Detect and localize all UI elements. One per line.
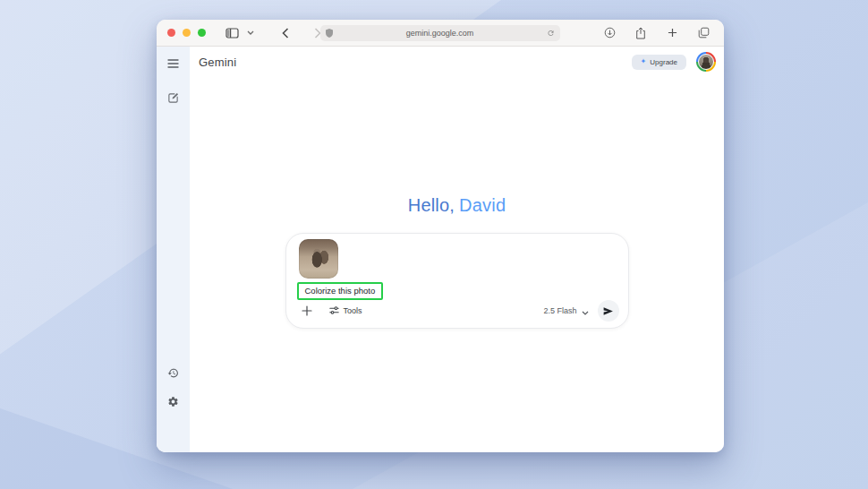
chevron-down-icon [582,303,589,319]
address-bar[interactable]: gemini.google.com [320,25,560,41]
reload-icon[interactable] [547,25,555,41]
new-chat-icon[interactable] [164,88,183,107]
add-attachment-icon[interactable] [297,301,317,321]
app-header: Gemini ✦ Upgrade [190,47,724,77]
browser-window: gemini.google.com [157,20,724,452]
greeting: Hello,David [190,195,724,216]
avatar-photo [698,54,714,70]
chat-content: Hello,David Colorize this photo [190,77,724,452]
send-button[interactable] [598,300,619,322]
prompt-input-card[interactable]: Colorize this photo [285,233,629,329]
history-icon[interactable] [164,363,183,382]
gemini-app: Gemini ✦ Upgrade Hello,David Colorize [157,47,724,452]
url-text: gemini.google.com [406,29,474,38]
tools-label: Tools [344,306,362,315]
settings-icon[interactable] [164,391,183,411]
privacy-shield-icon[interactable] [326,25,333,41]
main-area: Gemini ✦ Upgrade Hello,David Colorize [190,47,724,452]
sidebar [157,47,190,452]
share-icon[interactable] [631,23,651,43]
back-button[interactable] [276,23,295,43]
greeting-name: David [459,195,506,215]
tune-icon [329,303,339,319]
model-picker[interactable]: 2.5 Flash [543,303,588,319]
greeting-hello: Hello, [408,195,455,215]
app-title: Gemini [199,56,236,69]
upgrade-button[interactable]: ✦ Upgrade [632,55,686,70]
upgrade-label: Upgrade [650,58,677,66]
model-label: 2.5 Flash [543,306,576,315]
close-window-button[interactable] [167,29,175,37]
attached-photo-thumbnail[interactable] [299,239,338,279]
sparkle-icon: ✦ [641,58,647,65]
minimize-window-button[interactable] [183,29,191,37]
downloads-icon[interactable] [600,23,619,43]
sidebar-toggle-icon[interactable] [222,23,242,43]
maximize-window-button[interactable] [198,29,206,37]
window-controls [167,29,206,37]
send-icon [602,305,614,317]
chevron-down-icon[interactable] [245,23,256,43]
prompt-text-highlighted[interactable]: Colorize this photo [297,282,384,300]
menu-icon[interactable] [164,54,183,73]
new-tab-icon[interactable] [662,23,682,43]
tools-button[interactable]: Tools [329,303,362,319]
account-avatar[interactable] [696,52,716,72]
tab-overview-icon[interactable] [694,23,713,43]
browser-titlebar: gemini.google.com [157,20,724,47]
prompt-toolbar: Tools 2.5 Flash [294,300,621,322]
